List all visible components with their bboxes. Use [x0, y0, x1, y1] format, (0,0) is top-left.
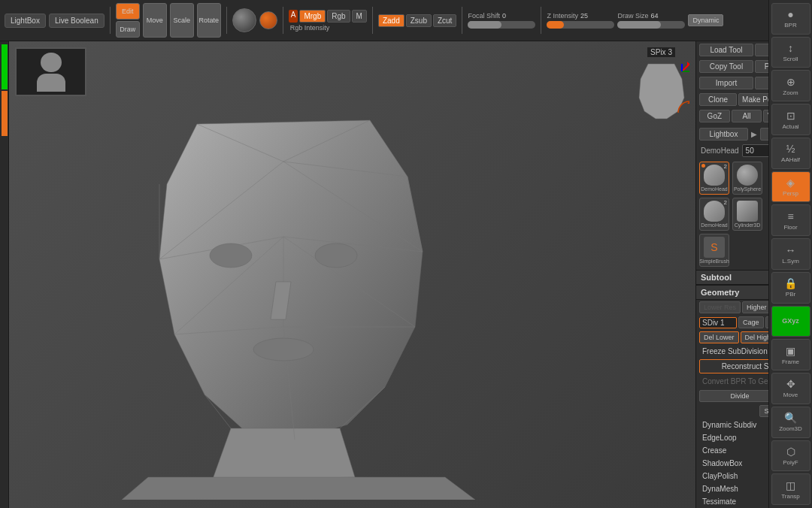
edit-button[interactable]: Edit [116, 3, 140, 20]
aahalf-button[interactable]: ½ AAHalf [771, 138, 810, 169]
thumb-img-cylinder [737, 201, 758, 222]
svg-marker-0 [159, 120, 423, 440]
sep-5 [462, 7, 462, 34]
move-view-label: Move [783, 392, 798, 398]
pbr-button[interactable]: 🔒 PBr [771, 272, 810, 304]
tool-thumb-polysphere[interactable]: PolySphere [732, 162, 762, 195]
thumb-label-demohead2: DemoHead [701, 222, 727, 228]
floor-button[interactable]: ≡ Floor [771, 204, 810, 236]
gizmo-svg [633, 60, 689, 124]
spix-label: SPix 3 [647, 47, 675, 57]
dynamic-button[interactable]: Dynamic [688, 14, 723, 26]
move-view-button[interactable]: ✥ Move [771, 373, 810, 404]
draw-size-fill [617, 21, 661, 29]
tool-thumb-simplebrush[interactable]: S SimpleBrush [699, 234, 729, 267]
goz-button[interactable]: GoZ [699, 110, 730, 122]
zoom-label: Zoom [783, 89, 798, 96]
move-button[interactable]: Move [143, 3, 167, 38]
arrow-right: ▶ [750, 130, 759, 138]
canvas-area[interactable]: SPix 3 [9, 41, 695, 508]
all-button[interactable]: All [732, 110, 762, 122]
cage-button[interactable]: Cage [738, 316, 764, 328]
mrgb-button[interactable]: Mrgb [299, 10, 326, 23]
z-intensity-fill [547, 21, 564, 29]
lsym-icon: ↔ [786, 244, 796, 256]
load-tool-button[interactable]: Load Tool [699, 44, 753, 56]
z-intensity-group: Z Intensity 25 [547, 12, 614, 29]
lower-res-button[interactable]: Lower Res [699, 301, 741, 313]
thumb-head [41, 53, 62, 73]
m-button[interactable]: M [352, 10, 367, 23]
scale-button[interactable]: Scale [170, 3, 194, 38]
svg-point-17 [315, 243, 357, 268]
color-sphere-2[interactable] [259, 11, 277, 29]
zsub-button[interactable]: Zsub [406, 14, 432, 27]
actual-icon: ⊡ [786, 110, 795, 122]
main-area: SPix 3 ● BPR [0, 41, 812, 508]
thumb-label-demohead1: DemoHead [701, 186, 727, 192]
frame-icon: ▣ [786, 345, 795, 357]
color-sphere-1[interactable] [232, 8, 256, 32]
move-view-icon: ✥ [786, 378, 795, 390]
tool-thumb-demohead1[interactable]: 2 DemoHead [699, 162, 729, 195]
frame-button[interactable]: ▣ Frame [771, 339, 810, 370]
del-lower-button[interactable]: Del Lower [699, 331, 739, 343]
persp-icon: ◈ [786, 177, 795, 189]
z-intensity-value: 25 [580, 12, 595, 20]
import-button[interactable]: Import [699, 77, 753, 89]
draw-size-track[interactable] [617, 21, 685, 29]
thumb-img-demohead2 [704, 201, 725, 222]
thumb-label-cylinder: Cylinder3D [735, 222, 761, 228]
gxyz-icon: GXyz [782, 317, 799, 325]
thumb-label-polysphere: PolySphere [734, 186, 761, 192]
zcut-button[interactable]: Zcut [433, 14, 456, 27]
draw-button[interactable]: Draw [116, 21, 140, 38]
focal-shift-fill [468, 21, 501, 29]
persp-button[interactable]: ◈ Persp [771, 171, 810, 203]
lightbox-panel-button[interactable]: Lightbox [699, 128, 748, 141]
actual-button[interactable]: ⊡ Actual [771, 104, 810, 135]
actual-label: Actual [782, 123, 798, 130]
edit-draw-group: Edit Draw [116, 3, 140, 38]
zoom-button[interactable]: ⊕ Zoom [771, 70, 810, 101]
lsym-button[interactable]: ↔ L.Sym [771, 238, 810, 270]
lightbox-dot [701, 164, 705, 168]
polyf-button[interactable]: ⬡ PolyF [771, 440, 810, 472]
thumb-img-polysphere [737, 165, 758, 186]
sdiv-input[interactable] [699, 317, 737, 328]
tool-thumb-demohead2[interactable]: 2 DemoHead [699, 198, 729, 231]
transp-icon: ◫ [786, 479, 795, 491]
floor-label: Floor [783, 224, 797, 231]
zoom3d-button[interactable]: 🔍 Zoom3D [771, 407, 810, 438]
demohead-label: DemoHead [699, 147, 741, 155]
scroll-button[interactable]: ↕ Scroll [771, 41, 810, 68]
canvas-bg: SPix 3 [9, 41, 695, 508]
polyf-icon: ⬡ [786, 446, 795, 458]
live-boolean-button[interactable]: Live Boolean [49, 14, 105, 28]
draw-size-label: Draw Size [617, 12, 648, 20]
polyf-label: PolyF [783, 459, 798, 466]
aahalf-label: AAHalf [781, 156, 800, 163]
clone-button[interactable]: Clone [699, 93, 737, 106]
rgb-button[interactable]: Rgb [327, 10, 350, 23]
zadd-button[interactable]: Zadd [378, 14, 404, 27]
left-green-block [2, 44, 8, 89]
lightbox-button[interactable]: LightBox [5, 14, 46, 28]
rotate-button[interactable]: Rotate [197, 3, 221, 38]
transp-button[interactable]: ◫ Transp [771, 473, 810, 505]
persp-label: Persp [783, 190, 798, 197]
tool-thumb-cylinder3d[interactable]: Cylinder3D [732, 198, 762, 231]
sep-3 [283, 7, 283, 34]
focal-shift-track[interactable] [468, 21, 535, 29]
focal-shift-value: 0 [502, 12, 517, 20]
scroll-icon: ↕ [788, 42, 793, 54]
copy-tool-button[interactable]: Copy Tool [699, 60, 753, 73]
gxyz-button[interactable]: GXyz [771, 306, 810, 337]
lsym-label: L.Sym [782, 258, 799, 265]
focal-shift-group: Focal Shift 0 [468, 12, 535, 29]
thumb-img-demohead1 [704, 165, 725, 186]
svg-point-19 [253, 338, 314, 361]
z-intensity-track[interactable] [547, 21, 614, 29]
zoom3d-icon: 🔍 [784, 412, 797, 424]
a-indicator: A [289, 10, 298, 23]
